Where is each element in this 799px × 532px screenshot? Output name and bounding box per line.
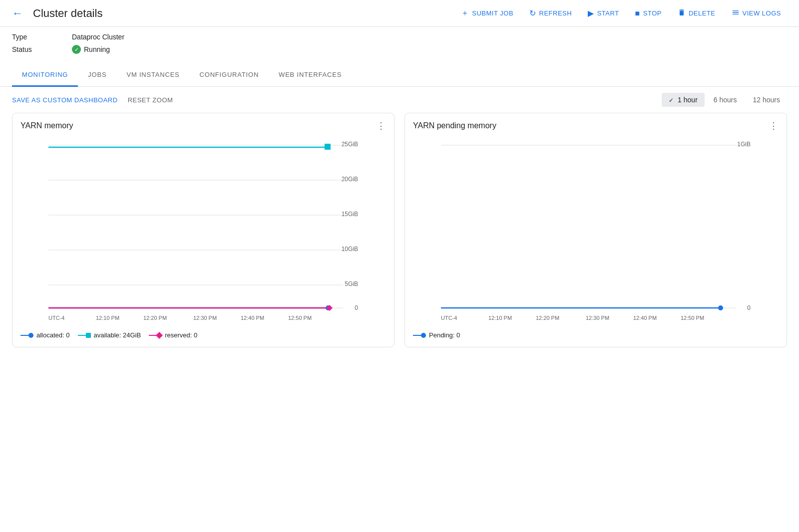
yarn-memory-chart-svg: 25GiB 20GiB 15GiB 10GiB 5GiB 0	[20, 136, 386, 327]
tab-monitoring-label: MONITORING	[22, 71, 68, 78]
trash-icon	[678, 8, 686, 18]
legend-reserved: reserved: 0	[149, 331, 197, 339]
tab-vm-instances-label: VM INSTANCES	[126, 71, 179, 78]
yarn-pending-memory-title: YARN pending memory	[413, 121, 496, 130]
status-badge: Running	[72, 45, 110, 54]
submit-job-icon: ＋	[461, 8, 469, 18]
svg-text:12:30 PM: 12:30 PM	[193, 315, 217, 321]
svg-text:15GiB: 15GiB	[342, 211, 358, 218]
page-title: Cluster details	[33, 7, 102, 20]
svg-text:12:50 PM: 12:50 PM	[681, 315, 704, 321]
back-button[interactable]: ←	[12, 7, 23, 20]
refresh-button[interactable]: ↻ REFRESH	[523, 5, 578, 21]
yarn-pending-memory-more-button[interactable]: ⋮	[769, 121, 779, 130]
svg-text:10GiB: 10GiB	[342, 246, 358, 253]
tab-web-interfaces[interactable]: WEB INTERFACES	[269, 64, 352, 87]
header-actions: ＋ SUBMIT JOB ↻ REFRESH ▶ START ■ STOP DE…	[455, 5, 787, 21]
type-label: Type	[12, 33, 72, 41]
legend-pending-label: Pending: 0	[429, 331, 460, 339]
charts-area: YARN memory ⋮ 25GiB 20GiB 15GiB 10GiB 5G…	[0, 113, 799, 359]
status-label: Status	[12, 45, 72, 53]
svg-text:5GiB: 5GiB	[345, 280, 358, 287]
submit-job-button[interactable]: ＋ SUBMIT JOB	[455, 5, 519, 21]
time-12hours-button[interactable]: 12 hours	[746, 93, 787, 107]
legend-allocated: allocated: 0	[20, 331, 70, 339]
delete-button[interactable]: DELETE	[672, 5, 722, 21]
svg-text:20GiB: 20GiB	[342, 176, 358, 183]
stop-button[interactable]: ■ STOP	[629, 6, 668, 21]
reset-zoom-button[interactable]: RESET ZOOM	[128, 96, 173, 104]
yarn-pending-memory-header: YARN pending memory ⋮	[413, 121, 779, 130]
svg-text:12:40 PM: 12:40 PM	[241, 315, 264, 321]
cluster-status-row: Status Running	[12, 43, 787, 56]
page-header: ← Cluster details ＋ SUBMIT JOB ↻ REFRESH…	[0, 0, 799, 27]
legend-available-label: available: 24GiB	[94, 331, 141, 339]
tab-jobs[interactable]: JOBS	[78, 64, 116, 87]
tab-configuration-label: CONFIGURATION	[200, 71, 259, 78]
play-icon: ▶	[588, 8, 594, 18]
yarn-pending-memory-chart-svg: 1GiB 0 UTC-4 12:10 PM 12:20 PM 12:30 PM …	[413, 136, 779, 327]
tab-jobs-label: JOBS	[88, 71, 106, 78]
svg-text:0: 0	[747, 304, 751, 311]
yarn-memory-header: YARN memory ⋮	[20, 121, 386, 130]
svg-rect-13	[325, 144, 331, 150]
monitoring-toolbar: SAVE AS CUSTOM DASHBOARD RESET ZOOM ✓ 1 …	[0, 87, 799, 113]
time-12hours-label: 12 hours	[753, 96, 780, 104]
status-value: Running	[84, 45, 110, 53]
tab-configuration[interactable]: CONFIGURATION	[190, 64, 269, 87]
svg-text:12:10 PM: 12:10 PM	[488, 315, 512, 321]
svg-text:12:40 PM: 12:40 PM	[633, 315, 657, 321]
time-selector: ✓ 1 hour 6 hours 12 hours	[662, 93, 787, 107]
tab-web-interfaces-label: WEB INTERFACES	[279, 71, 342, 78]
svg-text:1GiB: 1GiB	[737, 141, 751, 148]
submit-job-label: SUBMIT JOB	[472, 9, 513, 17]
logs-icon	[732, 8, 740, 18]
tab-monitoring[interactable]: MONITORING	[12, 64, 78, 87]
yarn-memory-title: YARN memory	[20, 121, 73, 130]
svg-text:UTC-4: UTC-4	[441, 315, 457, 321]
view-logs-label: VIEW LOGS	[743, 9, 781, 17]
svg-text:0: 0	[355, 304, 358, 311]
time-1hour-label: 1 hour	[678, 96, 698, 104]
legend-pending: Pending: 0	[413, 331, 460, 339]
back-arrow-icon: ←	[12, 7, 23, 20]
delete-label: DELETE	[689, 9, 716, 17]
svg-point-29	[718, 305, 723, 310]
yarn-memory-chart: YARN memory ⋮ 25GiB 20GiB 15GiB 10GiB 5G…	[12, 113, 395, 347]
cluster-info: Type Dataproc Cluster Status Running	[0, 27, 799, 60]
svg-text:12:20 PM: 12:20 PM	[536, 315, 559, 321]
save-dashboard-button[interactable]: SAVE AS CUSTOM DASHBOARD	[12, 96, 118, 104]
tab-vm-instances[interactable]: VM INSTANCES	[116, 64, 189, 87]
legend-reserved-label: reserved: 0	[165, 331, 197, 339]
svg-text:25GiB: 25GiB	[342, 141, 358, 148]
stop-icon: ■	[635, 9, 640, 18]
yarn-pending-memory-chart: YARN pending memory ⋮ 1GiB 0 UTC-4 12:10…	[404, 113, 787, 347]
start-button[interactable]: ▶ START	[582, 5, 625, 21]
tabs-bar: MONITORING JOBS VM INSTANCES CONFIGURATI…	[0, 64, 799, 87]
refresh-label: REFRESH	[539, 9, 572, 17]
svg-text:12:10 PM: 12:10 PM	[96, 315, 119, 321]
refresh-icon: ↻	[529, 8, 536, 18]
start-label: START	[597, 9, 619, 17]
yarn-memory-legend: allocated: 0 available: 24GiB reserved: …	[20, 331, 386, 339]
cluster-type-row: Type Dataproc Cluster	[12, 31, 787, 43]
checkmark-icon: ✓	[669, 97, 674, 104]
time-1hour-button[interactable]: ✓ 1 hour	[662, 93, 705, 107]
svg-text:UTC-4: UTC-4	[48, 315, 64, 321]
time-6hours-button[interactable]: 6 hours	[707, 93, 744, 107]
legend-available: available: 24GiB	[78, 331, 141, 339]
yarn-memory-more-button[interactable]: ⋮	[377, 121, 386, 130]
yarn-pending-memory-legend: Pending: 0	[413, 331, 779, 339]
type-value: Dataproc Cluster	[72, 33, 124, 41]
time-6hours-label: 6 hours	[714, 96, 737, 104]
view-logs-button[interactable]: VIEW LOGS	[726, 5, 787, 21]
legend-allocated-label: allocated: 0	[36, 331, 70, 339]
svg-text:12:50 PM: 12:50 PM	[288, 315, 312, 321]
svg-text:12:20 PM: 12:20 PM	[143, 315, 167, 321]
toolbar-left: SAVE AS CUSTOM DASHBOARD RESET ZOOM	[12, 96, 173, 104]
status-dot-icon	[72, 45, 81, 54]
svg-text:12:30 PM: 12:30 PM	[586, 315, 609, 321]
stop-label: STOP	[643, 9, 662, 17]
